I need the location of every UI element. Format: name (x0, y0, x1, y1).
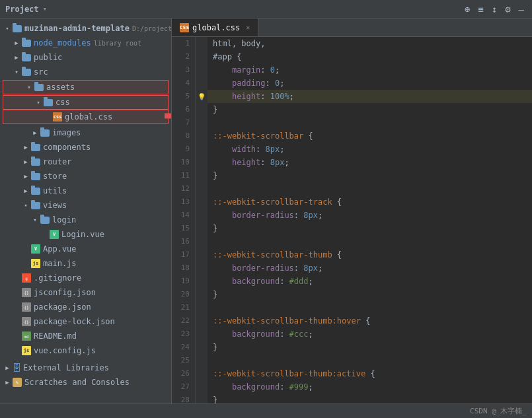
sidebar-item-label: External Libraries (23, 363, 109, 372)
sidebar-item-login-vue[interactable]: ▶ V Login.vue (0, 227, 171, 242)
sidebar-item-scratches[interactable]: ▶ ✎ Scratches and Consoles (0, 375, 171, 390)
project-label: Project (5, 5, 39, 14)
sidebar-item-css[interactable]: ▾ css (3, 95, 169, 110)
sort-icon[interactable]: ↕ (489, 3, 500, 16)
arrow-icon: ▾ (30, 217, 40, 223)
folder-icon (30, 200, 41, 211)
sidebar-item-jsconfig[interactable]: ▶ {} jsconfig.json (0, 285, 171, 300)
line-content: padding: 0; (208, 77, 532, 90)
path-label: D:/project/m (132, 25, 172, 32)
sidebar-item-assets[interactable]: ▾ assets (3, 80, 169, 94)
sidebar-item-label: views (43, 201, 67, 210)
top-bar: Project ▾ ⊕ ≡ ↕ ⚙ — (0, 0, 532, 18)
settings-icon[interactable]: ⚙ (502, 3, 513, 16)
code-line: 1html, body, (172, 37, 532, 50)
red-arrow (165, 111, 172, 123)
sidebar-item-label: router (43, 157, 71, 166)
sidebar-item-label: App.vue (43, 244, 77, 254)
sidebar-item-label: node_modules (34, 38, 91, 48)
arrow-icon: ▶ (21, 173, 30, 180)
sidebar: ▾ muzinan-admin-template D:/project/m ▶ … (0, 18, 172, 403)
line-gutter (196, 248, 208, 261)
line-number: 15 (172, 222, 196, 235)
sidebar-item-package-lock[interactable]: ▶ {} package-lock.json (0, 314, 171, 329)
line-gutter (196, 314, 208, 328)
line-gutter (196, 143, 208, 156)
sidebar-item-views[interactable]: ▾ views (0, 198, 171, 213)
arrow-icon: ▶ (12, 40, 21, 46)
folder-icon (21, 52, 32, 63)
line-number: 6 (172, 103, 196, 116)
sidebar-item-login[interactable]: ▾ login (0, 213, 171, 227)
line-content: } (208, 341, 532, 354)
line-number: 10 (172, 156, 196, 169)
sidebar-item-label: .gitignore (34, 273, 81, 283)
code-line: 4 padding: 0; (172, 77, 532, 90)
git-file-icon: g (21, 273, 32, 283)
line-number: 19 (172, 275, 196, 288)
line-number: 16 (172, 235, 196, 248)
code-line: 23 background: #ccc; (172, 328, 532, 341)
sidebar-item-store[interactable]: ▶ store (0, 169, 171, 184)
sidebar-item-src[interactable]: ▾ src (0, 65, 171, 79)
sidebar-item-label: login (52, 215, 76, 225)
add-icon[interactable]: ⊕ (462, 3, 473, 16)
line-content: background: #999; (208, 380, 532, 394)
line-number: 11 (172, 169, 196, 182)
sidebar-item-gitignore[interactable]: ▶ g .gitignore (0, 271, 171, 285)
line-gutter (196, 116, 208, 129)
code-line: 24} (172, 341, 532, 354)
sidebar-item-package-json[interactable]: ▶ {} package.json (0, 300, 171, 314)
main-layout: ▾ muzinan-admin-template D:/project/m ▶ … (0, 18, 532, 403)
arrow-icon: ▾ (12, 69, 21, 75)
sidebar-item-root[interactable]: ▾ muzinan-admin-template D:/project/m (0, 21, 171, 36)
folder-icon (21, 67, 32, 77)
line-number: 1 (172, 37, 196, 50)
line-number: 26 (172, 367, 196, 380)
line-content (208, 354, 532, 367)
sidebar-item-label: utils (43, 186, 67, 195)
line-content (208, 182, 532, 195)
code-line: 28} (172, 394, 532, 403)
sidebar-item-app-vue[interactable]: ▶ V App.vue (0, 242, 171, 256)
sidebar-item-label: css (56, 98, 70, 107)
line-gutter (196, 77, 208, 90)
line-number: 28 (172, 394, 196, 403)
code-line: 5💡 height: 100%; (172, 90, 532, 103)
sidebar-item-node-modules[interactable]: ▶ node_modules library root (0, 36, 171, 50)
sidebar-item-label: global.css (65, 112, 112, 122)
line-number: 2 (172, 50, 196, 63)
code-line: 6} (172, 103, 532, 116)
list-icon[interactable]: ≡ (475, 3, 486, 16)
sidebar-item-global-css[interactable]: ▶ css global.css (3, 110, 169, 124)
folder-icon (43, 97, 54, 108)
sidebar-item-readme[interactable]: ▶ md README.md (0, 329, 171, 343)
sidebar-item-router[interactable]: ▶ router (0, 155, 171, 169)
sidebar-item-components[interactable]: ▶ components (0, 140, 171, 155)
sidebar-item-main-js[interactable]: ▶ js main.js (0, 256, 171, 271)
folder-icon (40, 127, 50, 138)
tab-global-css[interactable]: css global.css ✕ (172, 18, 258, 36)
code-line: 18 border-radius: 8px; (172, 261, 532, 275)
line-gutter (196, 354, 208, 367)
library-label: library root (94, 40, 141, 47)
code-line: 2#app { (172, 50, 532, 63)
sidebar-item-label: jsconfig.json (34, 288, 96, 297)
minimize-icon[interactable]: — (516, 3, 527, 16)
sidebar-item-label: Scratches and Consoles (24, 378, 130, 387)
code-line: 27 background: #999; (172, 380, 532, 394)
code-editor[interactable]: 1html, body,2#app {3 margin: 0;4 padding… (172, 37, 532, 403)
tab-close-icon[interactable]: ✕ (246, 24, 250, 31)
line-gutter (196, 156, 208, 169)
line-gutter (196, 222, 208, 235)
sidebar-item-public[interactable]: ▶ public (0, 50, 171, 65)
line-gutter (196, 341, 208, 354)
sidebar-item-utils[interactable]: ▶ utils (0, 184, 171, 198)
sidebar-item-vue-config[interactable]: ▶ js vue.config.js (0, 343, 171, 358)
line-gutter (196, 195, 208, 209)
sidebar-item-images[interactable]: ▶ images (0, 125, 171, 140)
line-number: 21 (172, 301, 196, 314)
line-content (208, 301, 532, 314)
sidebar-item-external-libraries[interactable]: ▶ 🗄 External Libraries (0, 361, 171, 375)
sidebar-item-label: package-lock.json (34, 317, 115, 326)
